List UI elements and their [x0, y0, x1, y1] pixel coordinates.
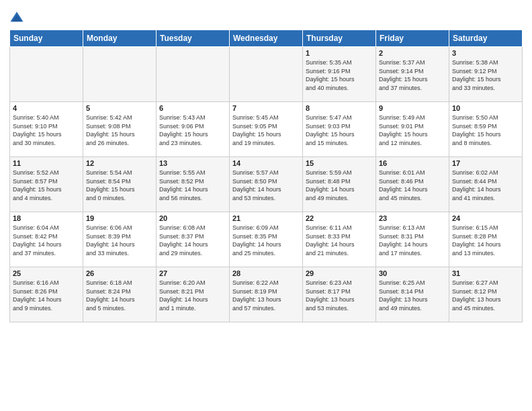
- day-cell: 21Sunrise: 6:09 AM Sunset: 8:35 PM Dayli…: [230, 212, 303, 267]
- day-cell: 15Sunrise: 5:59 AM Sunset: 8:48 PM Dayli…: [303, 157, 376, 212]
- day-cell: 6Sunrise: 5:43 AM Sunset: 9:06 PM Daylig…: [157, 102, 230, 157]
- day-cell: 4Sunrise: 5:40 AM Sunset: 9:10 PM Daylig…: [10, 102, 83, 157]
- day-number: 4: [13, 104, 80, 112]
- day-number: 16: [379, 159, 446, 167]
- week-row-1: 4Sunrise: 5:40 AM Sunset: 9:10 PM Daylig…: [10, 102, 523, 157]
- day-cell: 5Sunrise: 5:42 AM Sunset: 9:08 PM Daylig…: [83, 102, 157, 157]
- day-number: 15: [306, 159, 373, 167]
- day-number: 22: [306, 214, 373, 222]
- day-cell: 18Sunrise: 6:04 AM Sunset: 8:42 PM Dayli…: [10, 212, 83, 267]
- day-info: Sunrise: 5:59 AM Sunset: 8:48 PM Dayligh…: [306, 169, 373, 202]
- day-info: Sunrise: 5:54 AM Sunset: 8:54 PM Dayligh…: [86, 169, 153, 202]
- week-row-4: 25Sunrise: 6:16 AM Sunset: 8:26 PM Dayli…: [10, 267, 523, 322]
- day-number: 27: [159, 269, 226, 277]
- day-number: 13: [159, 159, 226, 167]
- day-cell: 14Sunrise: 5:57 AM Sunset: 8:50 PM Dayli…: [230, 157, 303, 212]
- day-info: Sunrise: 6:11 AM Sunset: 8:33 PM Dayligh…: [306, 224, 373, 257]
- day-number: 12: [86, 159, 153, 167]
- weekday-header-tuesday: Tuesday: [157, 30, 230, 47]
- day-number: 2: [379, 49, 446, 57]
- day-cell: 23Sunrise: 6:13 AM Sunset: 8:31 PM Dayli…: [376, 212, 449, 267]
- day-number: 30: [379, 269, 446, 277]
- day-info: Sunrise: 6:23 AM Sunset: 8:17 PM Dayligh…: [306, 279, 373, 312]
- week-row-2: 11Sunrise: 5:52 AM Sunset: 8:57 PM Dayli…: [10, 157, 523, 212]
- day-number: 18: [13, 214, 80, 222]
- day-cell: 7Sunrise: 5:45 AM Sunset: 9:05 PM Daylig…: [230, 102, 303, 157]
- day-cell: 16Sunrise: 6:01 AM Sunset: 8:46 PM Dayli…: [376, 157, 449, 212]
- weekday-header-friday: Friday: [376, 30, 449, 47]
- day-info: Sunrise: 5:38 AM Sunset: 9:12 PM Dayligh…: [452, 58, 519, 92]
- day-number: 21: [232, 214, 300, 222]
- day-number: 23: [379, 214, 446, 222]
- day-number: 10: [452, 104, 519, 112]
- day-info: Sunrise: 5:45 AM Sunset: 9:05 PM Dayligh…: [232, 113, 300, 147]
- day-number: 20: [159, 214, 226, 222]
- day-cell: 13Sunrise: 5:55 AM Sunset: 8:52 PM Dayli…: [157, 157, 230, 212]
- day-number: 9: [379, 104, 446, 112]
- day-number: 19: [86, 214, 153, 222]
- day-info: Sunrise: 6:27 AM Sunset: 8:12 PM Dayligh…: [452, 279, 519, 312]
- day-info: Sunrise: 6:01 AM Sunset: 8:46 PM Dayligh…: [379, 169, 446, 202]
- day-info: Sunrise: 5:52 AM Sunset: 8:57 PM Dayligh…: [13, 169, 80, 202]
- day-cell: 2Sunrise: 5:37 AM Sunset: 9:14 PM Daylig…: [376, 47, 449, 102]
- calendar-table: SundayMondayTuesdayWednesdayThursdayFrid…: [9, 30, 523, 322]
- day-number: 14: [232, 159, 300, 167]
- day-number: 3: [452, 49, 519, 57]
- day-info: Sunrise: 6:25 AM Sunset: 8:14 PM Dayligh…: [379, 279, 446, 312]
- day-info: Sunrise: 5:50 AM Sunset: 8:59 PM Dayligh…: [452, 113, 519, 147]
- day-info: Sunrise: 5:37 AM Sunset: 9:14 PM Dayligh…: [379, 58, 446, 92]
- day-info: Sunrise: 6:13 AM Sunset: 8:31 PM Dayligh…: [379, 224, 446, 257]
- day-number: 8: [306, 104, 373, 112]
- day-number: 25: [13, 269, 80, 277]
- day-cell: 10Sunrise: 5:50 AM Sunset: 8:59 PM Dayli…: [449, 102, 523, 157]
- day-cell: 29Sunrise: 6:23 AM Sunset: 8:17 PM Dayli…: [303, 267, 376, 322]
- day-info: Sunrise: 5:47 AM Sunset: 9:03 PM Dayligh…: [306, 113, 373, 147]
- day-info: Sunrise: 5:49 AM Sunset: 9:01 PM Dayligh…: [379, 113, 446, 147]
- day-cell: 28Sunrise: 6:22 AM Sunset: 8:19 PM Dayli…: [230, 267, 303, 322]
- day-info: Sunrise: 5:57 AM Sunset: 8:50 PM Dayligh…: [232, 169, 300, 202]
- weekday-header-sunday: Sunday: [10, 30, 83, 47]
- day-info: Sunrise: 6:16 AM Sunset: 8:26 PM Dayligh…: [13, 279, 80, 312]
- day-cell: 9Sunrise: 5:49 AM Sunset: 9:01 PM Daylig…: [376, 102, 449, 157]
- day-number: 6: [159, 104, 226, 112]
- day-info: Sunrise: 6:06 AM Sunset: 8:39 PM Dayligh…: [86, 224, 153, 257]
- header: [9, 7, 523, 26]
- day-info: Sunrise: 6:15 AM Sunset: 8:28 PM Dayligh…: [452, 224, 519, 257]
- day-cell: [157, 47, 230, 102]
- day-info: Sunrise: 5:55 AM Sunset: 8:52 PM Dayligh…: [159, 169, 226, 202]
- day-info: Sunrise: 5:35 AM Sunset: 9:16 PM Dayligh…: [306, 58, 373, 92]
- page-container: SundayMondayTuesdayWednesdayThursdayFrid…: [0, 0, 532, 329]
- day-cell: 25Sunrise: 6:16 AM Sunset: 8:26 PM Dayli…: [10, 267, 83, 322]
- day-info: Sunrise: 6:20 AM Sunset: 8:21 PM Dayligh…: [159, 279, 226, 312]
- week-row-3: 18Sunrise: 6:04 AM Sunset: 8:42 PM Dayli…: [10, 212, 523, 267]
- day-cell: 12Sunrise: 5:54 AM Sunset: 8:54 PM Dayli…: [83, 157, 157, 212]
- day-cell: 1Sunrise: 5:35 AM Sunset: 9:16 PM Daylig…: [303, 47, 376, 102]
- day-info: Sunrise: 6:09 AM Sunset: 8:35 PM Dayligh…: [232, 224, 300, 257]
- day-cell: 8Sunrise: 5:47 AM Sunset: 9:03 PM Daylig…: [303, 102, 376, 157]
- day-number: 11: [13, 159, 80, 167]
- day-info: Sunrise: 6:22 AM Sunset: 8:19 PM Dayligh…: [232, 279, 300, 312]
- day-info: Sunrise: 6:04 AM Sunset: 8:42 PM Dayligh…: [13, 224, 80, 257]
- day-cell: [10, 47, 83, 102]
- day-cell: [230, 47, 303, 102]
- day-number: 31: [452, 269, 519, 277]
- day-number: 1: [306, 49, 373, 57]
- logo: [9, 9, 26, 26]
- day-cell: 19Sunrise: 6:06 AM Sunset: 8:39 PM Dayli…: [83, 212, 157, 267]
- day-cell: 30Sunrise: 6:25 AM Sunset: 8:14 PM Dayli…: [376, 267, 449, 322]
- day-number: 26: [86, 269, 153, 277]
- day-number: 24: [452, 214, 519, 222]
- day-info: Sunrise: 5:43 AM Sunset: 9:06 PM Dayligh…: [159, 113, 226, 147]
- weekday-header-row: SundayMondayTuesdayWednesdayThursdayFrid…: [10, 30, 523, 47]
- day-cell: [83, 47, 157, 102]
- day-cell: 27Sunrise: 6:20 AM Sunset: 8:21 PM Dayli…: [157, 267, 230, 322]
- day-cell: 20Sunrise: 6:08 AM Sunset: 8:37 PM Dayli…: [157, 212, 230, 267]
- week-row-0: 1Sunrise: 5:35 AM Sunset: 9:16 PM Daylig…: [10, 47, 523, 102]
- day-cell: 17Sunrise: 6:02 AM Sunset: 8:44 PM Dayli…: [449, 157, 523, 212]
- day-number: 7: [232, 104, 300, 112]
- day-number: 17: [452, 159, 519, 167]
- day-info: Sunrise: 5:40 AM Sunset: 9:10 PM Dayligh…: [13, 113, 80, 147]
- day-info: Sunrise: 6:18 AM Sunset: 8:24 PM Dayligh…: [86, 279, 153, 312]
- day-info: Sunrise: 6:02 AM Sunset: 8:44 PM Dayligh…: [452, 169, 519, 202]
- day-number: 5: [86, 104, 153, 112]
